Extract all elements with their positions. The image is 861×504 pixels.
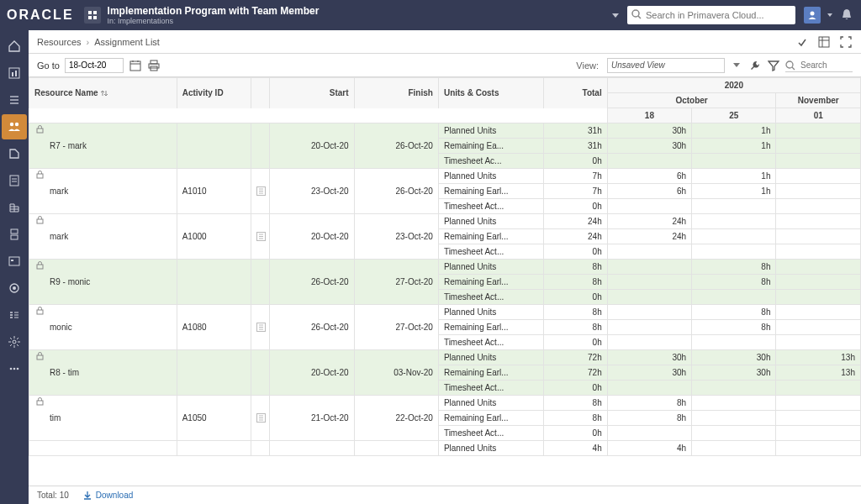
col-total[interactable]: Total (544, 78, 607, 108)
table-row[interactable]: timA105021-Oct-2022-Oct-20Planned Units8… (29, 396, 861, 411)
col-resource-name[interactable]: Resource Name (29, 78, 177, 108)
view-select[interactable] (607, 58, 725, 73)
cell-expand[interactable] (251, 441, 270, 456)
user-avatar[interactable] (804, 7, 821, 24)
global-search-input[interactable] (627, 6, 795, 24)
cell-resource-name[interactable] (29, 441, 177, 456)
calendar-icon[interactable] (129, 59, 142, 72)
top-bar: ORACLE Implementation Program with Team … (0, 0, 861, 30)
table-row[interactable]: R9 - monic26-Oct-2027-Oct-20Planned Unit… (29, 260, 861, 275)
cell-period (607, 320, 691, 335)
cell-expand[interactable] (251, 260, 270, 305)
col-activity-id[interactable]: Activity ID (177, 78, 251, 108)
svg-rect-18 (11, 229, 18, 234)
sidebar-item-files[interactable] (2, 141, 27, 166)
cell-start[interactable] (270, 441, 354, 456)
cell-activity-id[interactable]: A1000 (177, 214, 251, 260)
save-icon[interactable] (795, 35, 809, 49)
sidebar-item-schedule[interactable] (2, 249, 27, 274)
view-dropdown-icon[interactable] (730, 59, 743, 72)
cell-metric: Remaining Earl... (438, 275, 544, 290)
table-row[interactable]: markA101023-Oct-2026-Oct-20Planned Units… (29, 169, 861, 184)
sidebar-item-more[interactable] (2, 356, 27, 381)
sidebar-item-settings[interactable] (2, 329, 27, 354)
cell-finish[interactable]: 22-Oct-20 (354, 396, 438, 441)
cell-expand[interactable] (251, 169, 270, 214)
cell-resource-name[interactable]: tim (29, 396, 177, 441)
goto-date-input[interactable] (65, 58, 124, 73)
cell-start[interactable]: 20-Oct-20 (270, 123, 354, 169)
cell-finish[interactable]: 26-Oct-20 (354, 169, 438, 214)
cell-expand[interactable] (251, 305, 270, 350)
col-finish[interactable]: Finish (354, 78, 438, 108)
cell-start[interactable]: 20-Oct-20 (270, 350, 354, 396)
sidebar-item-reports[interactable] (2, 168, 27, 193)
cell-finish[interactable]: 27-Oct-20 (354, 305, 438, 350)
table-row[interactable]: Planned Units4h4h (29, 441, 861, 456)
fullscreen-icon[interactable] (839, 35, 853, 49)
col-start[interactable]: Start (270, 78, 354, 108)
print-icon[interactable] (147, 59, 161, 72)
grid-search-input[interactable] (785, 59, 853, 72)
cell-start[interactable]: 21-Oct-20 (270, 396, 354, 441)
cell-finish[interactable]: 03-Nov-20 (354, 350, 438, 396)
cell-expand[interactable] (251, 350, 270, 396)
cell-expand[interactable] (251, 396, 270, 441)
avatar-dropdown-icon[interactable] (827, 13, 832, 17)
sidebar-item-home[interactable] (2, 34, 27, 59)
cell-activity-id[interactable] (177, 260, 251, 305)
cell-period (776, 441, 861, 456)
cell-finish[interactable]: 27-Oct-20 (354, 260, 438, 305)
cell-resource-name[interactable]: mark (29, 214, 177, 260)
sidebar-item-resources[interactable] (2, 114, 27, 139)
cell-start[interactable]: 26-Oct-20 (270, 260, 354, 305)
sidebar-item-activities[interactable] (2, 87, 27, 113)
download-link[interactable]: Download (82, 491, 133, 501)
wrench-icon[interactable] (748, 59, 762, 72)
col-units-costs[interactable]: Units & Costs (438, 78, 544, 108)
sidebar-item-risk[interactable] (2, 222, 27, 247)
cell-finish[interactable]: 23-Oct-20 (354, 214, 438, 260)
cell-activity-id[interactable]: A1080 (177, 305, 251, 350)
cell-expand[interactable] (251, 214, 270, 260)
table-row[interactable]: R7 - mark20-Oct-2026-Oct-20Planned Units… (29, 123, 861, 139)
cell-resource-name[interactable]: R7 - mark (29, 123, 177, 169)
breadcrumb-assignment-list[interactable]: Assignment List (94, 37, 160, 47)
table-row[interactable]: R8 - tim20-Oct-2003-Nov-20Planned Units7… (29, 350, 861, 365)
cell-activity-id[interactable] (177, 441, 251, 456)
cell-resource-name[interactable]: R8 - tim (29, 350, 177, 396)
brand-logo: ORACLE (7, 8, 74, 23)
table-row[interactable]: monicA108026-Oct-2027-Oct-20Planned Unit… (29, 305, 861, 320)
filter-icon[interactable] (767, 59, 780, 72)
table-row[interactable]: markA100020-Oct-2023-Oct-20Planned Units… (29, 214, 861, 229)
cell-start[interactable]: 20-Oct-20 (270, 214, 354, 260)
cell-start[interactable]: 26-Oct-20 (270, 305, 354, 350)
cell-resource-name[interactable]: mark (29, 169, 177, 214)
sort-icon[interactable] (100, 89, 108, 97)
cell-activity-id[interactable]: A1050 (177, 396, 251, 441)
cell-expand[interactable] (251, 123, 270, 169)
cell-resource-name[interactable]: monic (29, 305, 177, 350)
cell-activity-id[interactable] (177, 123, 251, 169)
context-icon[interactable] (84, 7, 101, 24)
sidebar-item-tasks[interactable] (2, 302, 27, 328)
cell-activity-id[interactable] (177, 350, 251, 396)
cell-period: 30h (607, 123, 691, 139)
cell-period: 1h (692, 139, 776, 154)
svg-rect-62 (37, 310, 43, 314)
breadcrumb-resources[interactable]: Resources (37, 37, 82, 47)
cell-activity-id[interactable]: A1010 (177, 169, 251, 214)
sidebar-item-scope[interactable] (2, 276, 27, 301)
cell-start[interactable]: 23-Oct-20 (270, 169, 354, 214)
notifications-icon[interactable] (839, 8, 854, 23)
cell-total: 24h (544, 214, 607, 229)
context-dropdown-icon[interactable] (612, 13, 619, 18)
sidebar-item-dashboard[interactable] (2, 60, 27, 86)
sidebar-item-cost[interactable] (2, 195, 27, 220)
cell-period (776, 214, 861, 229)
svg-rect-61 (37, 265, 43, 269)
cell-finish[interactable]: 26-Oct-20 (354, 123, 438, 169)
cell-finish[interactable] (354, 441, 438, 456)
cell-resource-name[interactable]: R9 - monic (29, 260, 177, 305)
grid-settings-icon[interactable] (817, 35, 831, 49)
